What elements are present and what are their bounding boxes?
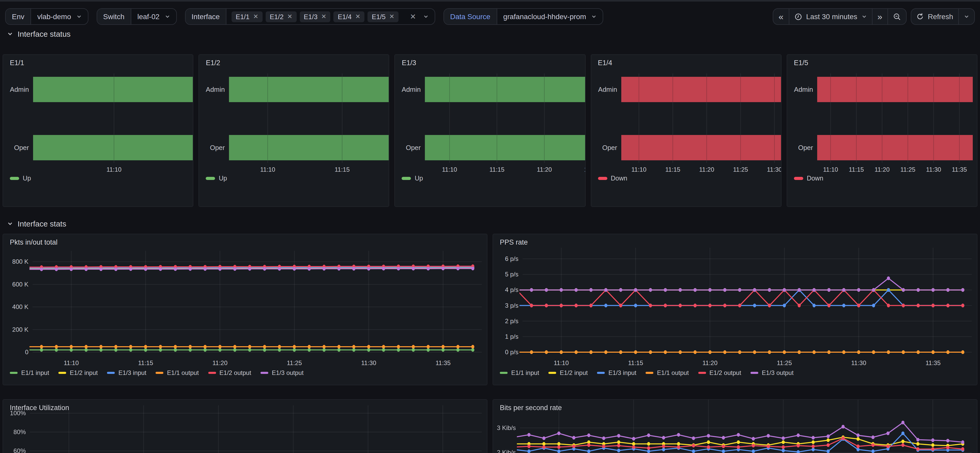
- legend-item[interactable]: E1/1 output: [156, 369, 199, 376]
- state-timeline-chart[interactable]: AdminOper11:1011:1511:2011:2511:3011:35: [787, 55, 977, 207]
- series-line-E1/3 input: [517, 290, 963, 305]
- zoom-out-button[interactable]: [888, 9, 906, 24]
- remove-tag-icon[interactable]: ✕: [355, 13, 360, 20]
- legend-label: E1/3 output: [762, 369, 794, 376]
- chevron-down-icon: [861, 14, 867, 19]
- legend-item[interactable]: E1/2 output: [208, 369, 251, 376]
- time-range-group: « Last 30 minutes »: [773, 8, 907, 25]
- x-tick-label: 11:20: [875, 166, 889, 173]
- x-tick-label: 11:10: [442, 166, 457, 173]
- legend-label: E1/1 output: [657, 369, 689, 376]
- clear-all-icon[interactable]: ✕: [410, 13, 416, 20]
- datasource-value: grafanacloud-hhdev-prom: [503, 13, 586, 21]
- refresh-interval-dropdown[interactable]: [958, 9, 974, 24]
- x-tick-label: 11:20: [699, 166, 714, 173]
- datasource-value-dropdown[interactable]: grafanacloud-hhdev-prom: [497, 9, 603, 24]
- panel-title[interactable]: E1/2: [206, 59, 220, 67]
- interface-tag[interactable]: E1/5✕: [368, 11, 399, 22]
- legend-swatch: [402, 177, 411, 180]
- legend-label: E1/3 output: [272, 369, 304, 376]
- category-label: Admin: [206, 86, 225, 93]
- legend-item[interactable]: E1/1 input: [500, 369, 539, 376]
- time-shift-back-button[interactable]: «: [773, 9, 789, 24]
- env-label: Env: [6, 9, 31, 24]
- env-value-dropdown[interactable]: vlab-demo: [31, 9, 88, 24]
- legend-item[interactable]: Down: [794, 175, 823, 182]
- chevron-down-icon: [423, 14, 428, 19]
- y-tick-label: 60%: [13, 447, 26, 453]
- interface-tag[interactable]: E1/4✕: [334, 11, 365, 22]
- x-tick-label: 11:10: [107, 166, 121, 173]
- panel-legend: E1/1 inputE1/2 inputE1/3 inputE1/1 outpu…: [10, 369, 304, 376]
- panel-title[interactable]: E1/5: [794, 59, 808, 67]
- refresh-group: Refresh: [911, 8, 975, 25]
- legend-item[interactable]: E1/3 output: [261, 369, 304, 376]
- interface-clear-dropdown[interactable]: ✕: [404, 9, 434, 24]
- chevron-down-icon: [165, 14, 170, 19]
- time-range-picker[interactable]: Last 30 minutes: [789, 9, 872, 24]
- legend-item[interactable]: Up: [10, 175, 31, 182]
- legend-item[interactable]: E1/3 input: [107, 369, 146, 376]
- legend-swatch: [598, 177, 607, 180]
- state-timeline-chart[interactable]: AdminOper11:1011:1511:2011:2511:3011:35: [395, 55, 585, 207]
- legend-swatch: [646, 372, 653, 374]
- panel-title[interactable]: Bits per second rate: [500, 404, 562, 412]
- state-timeline-chart[interactable]: AdminOper11:1011:1511:2011:2511:3011:35: [591, 55, 781, 207]
- legend-item[interactable]: E1/3 output: [751, 369, 794, 376]
- interface-tag[interactable]: E1/3✕: [299, 11, 331, 22]
- legend-label: E1/2 input: [560, 369, 588, 376]
- line-chart[interactable]: 3 Kib/s2 Kib/s11:1011:1511:2011:2511:301…: [493, 400, 977, 453]
- legend-item[interactable]: Down: [598, 175, 627, 182]
- category-label: Oper: [210, 144, 225, 152]
- legend-item[interactable]: Up: [206, 175, 227, 182]
- interface-tag-label: E1/5: [372, 13, 386, 21]
- grafana-dashboard: Env vlab-demo Switch leaf-02 Interface E…: [0, 0, 980, 453]
- line-chart[interactable]: 0200 K400 K600 K800 K11:1011:1511:2011:2…: [3, 234, 487, 385]
- interface-tag[interactable]: E1/2✕: [266, 11, 297, 22]
- legend-item[interactable]: E1/2 input: [549, 369, 588, 376]
- remove-tag-icon[interactable]: ✕: [287, 13, 292, 20]
- state-timeline-chart[interactable]: AdminOper11:1011:1511:2011:2511:3011:35: [199, 55, 389, 207]
- line-chart[interactable]: 100%80%60%11:1011:1511:2011:2511:3011:35: [3, 400, 487, 453]
- panel-title[interactable]: E1/4: [598, 59, 612, 67]
- status-panels-row: E1/1AdminOper11:1011:1511:2011:2511:3011…: [3, 54, 977, 207]
- legend-swatch: [107, 372, 115, 374]
- legend-swatch: [794, 177, 803, 180]
- row-interface-stats[interactable]: Interface stats: [7, 219, 66, 228]
- legend-item[interactable]: E1/2 input: [59, 369, 98, 376]
- legend-item[interactable]: E1/1 output: [646, 369, 689, 376]
- panel-title[interactable]: PPS rate: [500, 238, 528, 246]
- legend-item[interactable]: E1/2 output: [698, 369, 741, 376]
- panel-title[interactable]: Interface Utilization: [10, 404, 69, 412]
- legend-item[interactable]: Up: [402, 175, 423, 182]
- refresh-button[interactable]: Refresh: [911, 9, 958, 24]
- line-chart[interactable]: 0 p/s1 p/s2 p/s3 p/s4 p/s5 p/s6 p/s11:10…: [493, 234, 977, 385]
- legend-item[interactable]: E1/1 input: [10, 369, 49, 376]
- panel-title[interactable]: Pkts in/out total: [10, 238, 57, 246]
- legend-swatch: [206, 177, 215, 180]
- x-tick-label: 11:15: [849, 166, 864, 173]
- remove-tag-icon[interactable]: ✕: [389, 13, 395, 20]
- legend-label: E1/3 input: [608, 369, 636, 376]
- legend-item[interactable]: E1/3 input: [597, 369, 636, 376]
- state-timeline-chart[interactable]: AdminOper11:1011:1511:2011:2511:3011:35: [3, 55, 193, 207]
- status-panel-E1/2: E1/2AdminOper11:1011:1511:2011:2511:3011…: [199, 54, 389, 207]
- panel-title[interactable]: E1/3: [402, 59, 416, 67]
- row-title: Interface stats: [18, 219, 66, 228]
- datasource-label: Data Source: [444, 9, 497, 24]
- switch-value-dropdown[interactable]: leaf-02: [131, 9, 176, 24]
- time-shift-forward-button[interactable]: »: [872, 9, 888, 24]
- row-interface-status[interactable]: Interface status: [7, 29, 70, 38]
- panel-title[interactable]: E1/1: [10, 59, 24, 67]
- legend-label: E1/3 input: [118, 369, 146, 376]
- x-tick-label: 11:15: [628, 359, 643, 366]
- legend-label: E1/1 input: [511, 369, 539, 376]
- panel-bits-per-second-rate: Bits per second rate3 Kib/s2 Kib/s11:101…: [493, 399, 977, 453]
- y-tick-label: 2 p/s: [505, 317, 519, 324]
- y-tick-label: 3 p/s: [505, 302, 519, 309]
- remove-tag-icon[interactable]: ✕: [321, 13, 326, 20]
- interface-tag[interactable]: E1/1✕: [232, 11, 262, 22]
- remove-tag-icon[interactable]: ✕: [253, 13, 258, 20]
- legend-swatch: [698, 372, 706, 374]
- x-tick-label: 11:15: [490, 166, 505, 173]
